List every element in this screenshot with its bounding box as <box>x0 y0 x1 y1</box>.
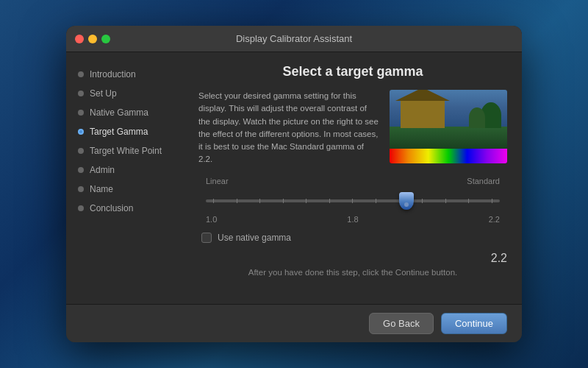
slider-tick <box>352 199 353 203</box>
window: Display Calibrator Assistant Introductio… <box>66 26 522 342</box>
slider-thumb[interactable] <box>399 192 414 210</box>
sidebar-item-target-white-point[interactable]: Target White Point <box>78 144 184 158</box>
slider-tick <box>283 199 284 203</box>
use-native-gamma-label: Use native gamma <box>218 233 291 243</box>
titlebar: Display Calibrator Assistant <box>66 26 522 52</box>
sidebar-item-target-gamma[interactable]: Target Gamma <box>78 124 184 139</box>
sidebar-dot-target-white-point <box>78 148 84 154</box>
slider-tick <box>376 199 376 203</box>
sidebar-dot-target-gamma <box>78 129 84 135</box>
sidebar-label-native-gamma: Native Gamma <box>90 107 148 118</box>
slider-container[interactable] <box>198 190 507 212</box>
slider-labels-top: Linear Standard <box>198 177 507 185</box>
minimize-button[interactable] <box>88 35 97 43</box>
slider-values: 1.0 1.8 2.2 <box>198 215 507 224</box>
page-title: Select a target gamma <box>198 64 507 79</box>
slider-tick <box>259 199 260 203</box>
slider-ticks <box>213 199 492 203</box>
sidebar-dot-name <box>78 186 84 192</box>
slider-tick <box>306 199 306 203</box>
sidebar-item-admin[interactable]: Admin <box>78 163 184 177</box>
sidebar-item-setup[interactable]: Set Up <box>78 86 184 101</box>
sidebar-label-name: Name <box>90 184 113 194</box>
use-native-gamma-checkbox[interactable] <box>201 233 212 243</box>
slider-label-linear: Linear <box>206 177 229 185</box>
content-area: Introduction Set Up Native Gamma Target … <box>66 52 522 304</box>
sidebar-label-target-white-point: Target White Point <box>90 146 162 156</box>
slider-tick <box>468 199 469 203</box>
footer: Go Back Continue <box>66 304 522 342</box>
sidebar-dot-admin <box>78 167 84 173</box>
after-step-text: After you have done this step, click the… <box>198 268 507 277</box>
slider-tick <box>213 199 214 203</box>
window-title: Display Calibrator Assistant <box>236 33 352 44</box>
top-section: Select your desired gamma setting for th… <box>198 90 507 166</box>
sidebar-item-conclusion[interactable]: Conclusion <box>78 201 184 216</box>
slider-value-3: 2.2 <box>489 215 500 224</box>
sidebar-label-conclusion: Conclusion <box>90 203 133 213</box>
slider-tick <box>237 199 237 203</box>
slider-tick <box>492 199 492 203</box>
maximize-button[interactable] <box>101 35 110 43</box>
slider-tick <box>445 199 446 203</box>
traffic-lights <box>75 35 110 43</box>
slider-value-1: 1.0 <box>206 215 217 224</box>
sidebar-item-name[interactable]: Name <box>78 182 184 197</box>
sidebar: Introduction Set Up Native Gamma Target … <box>66 52 184 304</box>
continue-button[interactable]: Continue <box>441 313 507 334</box>
preview-scene <box>390 90 507 149</box>
slider-value-2: 1.8 <box>347 215 358 224</box>
preview-image <box>390 90 507 163</box>
sidebar-dot-conclusion <box>78 205 84 211</box>
slider-tick <box>329 199 330 203</box>
checkbox-row[interactable]: Use native gamma <box>198 233 507 243</box>
go-back-button[interactable]: Go Back <box>369 313 434 334</box>
sidebar-item-native-gamma[interactable]: Native Gamma <box>78 105 184 120</box>
slider-label-standard: Standard <box>467 177 500 185</box>
sidebar-label-admin: Admin <box>90 165 115 175</box>
color-bar <box>390 149 507 163</box>
sidebar-dot-setup <box>78 91 84 96</box>
close-button[interactable] <box>75 35 84 43</box>
sidebar-label-setup: Set Up <box>90 88 117 99</box>
sidebar-label-target-gamma: Target Gamma <box>90 127 148 137</box>
sidebar-dot-native-gamma <box>78 110 84 116</box>
sidebar-label-introduction: Introduction <box>90 69 136 79</box>
slider-tick <box>422 199 423 203</box>
main-panel: Select a target gamma Select your desire… <box>184 52 522 304</box>
current-value-display: 2.2 <box>198 252 507 265</box>
sidebar-dot-introduction <box>78 71 84 77</box>
slider-section: Linear Standard <box>198 177 507 224</box>
slider-track <box>206 199 500 202</box>
description-text: Select your desired gamma setting for th… <box>198 90 379 166</box>
sidebar-item-introduction[interactable]: Introduction <box>78 67 184 82</box>
